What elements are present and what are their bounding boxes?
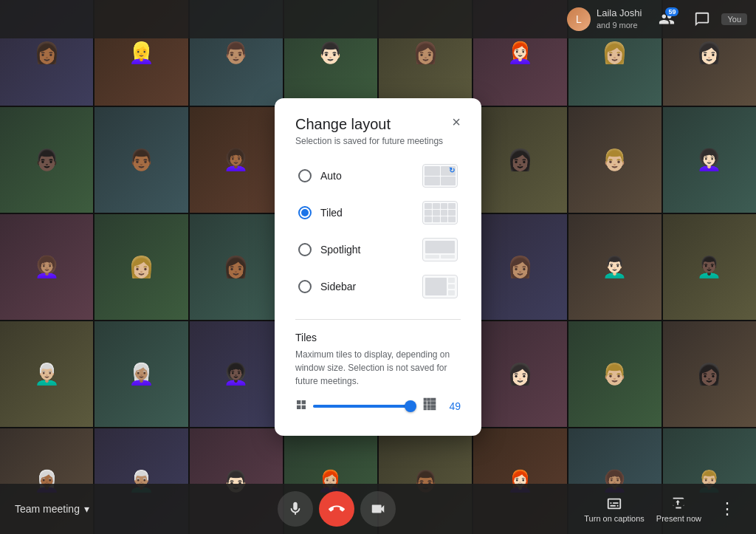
layout-option-tiled[interactable]: Tiled bbox=[295, 195, 461, 230]
slider-row: 49 bbox=[295, 397, 461, 415]
tiles-section: Tiles Maximum tiles to display, dependin… bbox=[295, 319, 461, 415]
layout-label-auto: Auto bbox=[320, 170, 342, 182]
layout-label-sidebar: Sidebar bbox=[320, 281, 356, 292]
spotlight-layout-icon bbox=[422, 238, 458, 261]
radio-tiled bbox=[298, 206, 312, 219]
layout-options: Auto ↻ bbox=[295, 158, 461, 304]
tiles-slider[interactable] bbox=[313, 399, 416, 414]
dialog-title: Change layout bbox=[295, 116, 391, 133]
dialog-subtitle: Selection is saved for future meetings bbox=[295, 136, 461, 146]
auto-layout-icon: ↻ bbox=[422, 164, 458, 188]
change-layout-dialog: Change layout × Selection is saved for f… bbox=[275, 98, 481, 436]
radio-auto bbox=[298, 169, 312, 182]
layout-option-auto[interactable]: Auto ↻ bbox=[295, 158, 461, 194]
close-button[interactable]: × bbox=[452, 114, 461, 129]
tiles-max-icon bbox=[422, 397, 437, 415]
radio-spotlight bbox=[298, 243, 312, 256]
tiles-description: Maximum tiles to display, depending on w… bbox=[295, 348, 461, 388]
layout-option-spotlight[interactable]: Spotlight bbox=[295, 232, 461, 267]
tiles-value: 49 bbox=[443, 400, 461, 412]
modal-overlay: Change layout × Selection is saved for f… bbox=[0, 0, 756, 534]
dialog-header: Change layout × bbox=[295, 116, 461, 133]
tiled-layout-icon bbox=[422, 201, 458, 225]
tiles-min-icon bbox=[295, 399, 307, 413]
radio-sidebar bbox=[298, 280, 312, 293]
layout-option-sidebar[interactable]: Sidebar bbox=[295, 269, 461, 304]
tiles-title: Tiles bbox=[295, 332, 461, 343]
layout-label-tiled: Tiled bbox=[320, 207, 343, 219]
radio-tiled-inner bbox=[301, 209, 309, 216]
sidebar-layout-icon bbox=[422, 275, 458, 298]
layout-label-spotlight: Spotlight bbox=[320, 244, 360, 256]
